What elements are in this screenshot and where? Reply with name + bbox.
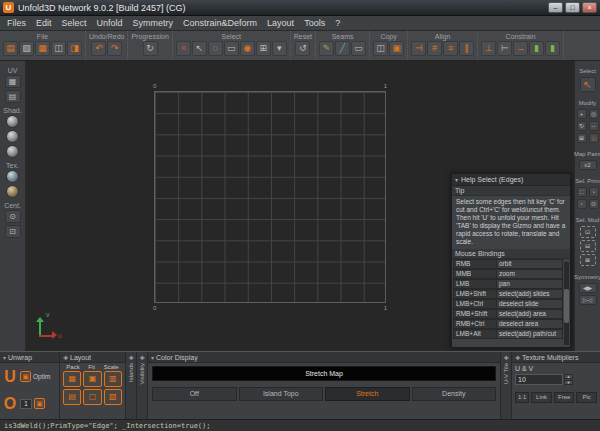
shading-mode-icon[interactable] [6, 145, 19, 158]
toolbar-icon[interactable]: ↻ [143, 41, 158, 56]
map-paint-icon[interactable]: x2 [579, 160, 597, 170]
toolbar-icon[interactable]: ╱ [335, 41, 350, 56]
expand-icon[interactable]: ✚ [139, 354, 144, 361]
close-button[interactable]: × [582, 2, 597, 13]
toolbar-icon[interactable]: ◫ [51, 41, 66, 56]
shading-mode-icon[interactable] [6, 115, 19, 128]
select-primitive-icon[interactable]: ⊙ [589, 199, 599, 209]
select-mode-icon[interactable]: ⊠ [580, 254, 596, 266]
toolbar-icon[interactable]: ↖ [192, 41, 207, 56]
collapsed-tab-visibility[interactable]: ✚ Visibility [137, 352, 148, 419]
texture-mode-icon[interactable] [6, 170, 19, 183]
collapse-icon[interactable]: ✚ [515, 354, 520, 361]
link-button[interactable]: Link [531, 392, 552, 403]
view-mode-icon[interactable]: ▦ [5, 75, 21, 88]
toolbar-icon[interactable]: ▣ [389, 41, 404, 56]
toolbar-icon[interactable]: ▮ [529, 41, 544, 56]
toolbar-icon[interactable]: # [427, 41, 442, 56]
texture-multipliers-header[interactable]: ✚ Texture Multipliers [512, 352, 600, 363]
expand-icon[interactable]: ✚ [503, 354, 508, 361]
select-cursor-icon[interactable]: ↖ [580, 77, 596, 92]
select-primitive-icon[interactable]: ▫ [577, 199, 587, 209]
layout-tool-icon[interactable]: ▤ [63, 389, 81, 405]
symmetry-icon[interactable]: ◀▶ [579, 283, 597, 293]
toolbar-icon[interactable]: ∥ [459, 41, 474, 56]
iterations-field[interactable]: 1 [20, 399, 32, 409]
menu-item[interactable]: Constrain&Deform [178, 16, 262, 30]
help-scrollbar-thumb[interactable] [564, 289, 569, 324]
maximize-button[interactable]: □ [565, 2, 580, 13]
toolbar-icon[interactable]: ◌ [208, 41, 223, 56]
select-mode-icon[interactable]: ⊟ [580, 240, 596, 252]
toolbar-icon[interactable]: ↷ [107, 41, 122, 56]
toolbar-icon[interactable]: ▧ [19, 41, 34, 56]
toolbar-icon[interactable]: ↺ [295, 41, 310, 56]
collapsed-tab-islands[interactable]: ✚ Islands [126, 352, 137, 419]
pic-button[interactable]: Pic [576, 392, 597, 403]
collapse-icon[interactable]: ▾ [3, 354, 6, 361]
toolbar-icon[interactable]: ≡ [443, 41, 458, 56]
toolbar-icon[interactable]: ✎ [319, 41, 334, 56]
modify-tool-icon[interactable]: ⇔ [589, 121, 599, 131]
menu-item[interactable]: Files [2, 16, 31, 30]
layout-tool-icon[interactable]: ▧ [104, 389, 122, 405]
toolbar-icon[interactable]: ◨ [67, 41, 82, 56]
shading-mode-icon[interactable] [6, 130, 19, 143]
free-button[interactable]: Free [554, 392, 575, 403]
collapse-icon[interactable]: ▾ [151, 354, 154, 361]
texture-mode-icon[interactable] [6, 185, 19, 198]
expand-icon[interactable]: ✚ [128, 354, 133, 361]
collapse-icon[interactable]: ▾ [455, 176, 458, 183]
uv-viewport[interactable]: 0 1 0 1 v u ▾ Help Select (Edges) Tip [26, 61, 574, 351]
help-scrollbar[interactable] [564, 262, 569, 345]
color-mode-button[interactable]: Stretch [325, 387, 410, 401]
toolbar-icon[interactable]: ▭ [224, 41, 239, 56]
minimize-button[interactable]: – [548, 2, 563, 13]
select-mode-icon[interactable]: ⊡ [580, 226, 596, 238]
center-view-icon[interactable]: ⊡ [5, 225, 21, 238]
menu-item[interactable]: Unfold [92, 16, 128, 30]
color-display-header[interactable]: ▾ Color Display [148, 352, 500, 363]
unwrap-panel-header[interactable]: ▾ Unwrap [0, 352, 59, 363]
collapse-icon[interactable]: ✚ [63, 354, 68, 361]
toolbar-icon[interactable]: ⊣ [411, 41, 426, 56]
menu-item[interactable]: Symmetry [128, 16, 179, 30]
modify-tool-icon[interactable]: ↻ [577, 121, 587, 131]
layout-tool-icon[interactable]: ▦ [63, 371, 81, 387]
collapsed-tab-uv-tile[interactable]: ✚ U-V Tile [501, 352, 512, 419]
optimize-button[interactable]: O [2, 395, 18, 413]
modify-tool-icon[interactable]: ◎ [589, 109, 599, 119]
stepper-up-icon[interactable]: ▲ [564, 374, 573, 379]
modify-tool-icon[interactable]: ⊞ [577, 133, 587, 143]
color-mode-button[interactable]: Off [152, 387, 237, 401]
help-panel-header[interactable]: ▾ Help Select (Edges) [452, 174, 570, 186]
multiplier-value-field[interactable]: 10 [515, 374, 563, 385]
toolbar-icon[interactable]: → [513, 41, 528, 56]
modify-tool-icon[interactable]: + [577, 109, 587, 119]
ratio-button[interactable]: 1:1 [515, 392, 529, 403]
view-mode-icon[interactable]: ▤ [5, 90, 21, 103]
layout-panel-header[interactable]: ✚ Layout [60, 352, 125, 363]
optimize-options-icon[interactable]: ▣ [34, 398, 45, 409]
menu-item[interactable]: Select [57, 16, 92, 30]
menu-item[interactable]: ? [330, 16, 345, 30]
color-mode-button[interactable]: Island Topo [239, 387, 324, 401]
toolbar-icon[interactable]: ▮ [545, 41, 560, 56]
toolbar-icon[interactable]: ◫ [373, 41, 388, 56]
toolbar-icon[interactable]: × [176, 41, 191, 56]
menu-item[interactable]: Edit [31, 16, 57, 30]
center-view-icon[interactable]: ⊙ [5, 210, 21, 223]
modify-tool-icon[interactable]: ◇ [589, 133, 599, 143]
select-primitive-icon[interactable]: ▪ [589, 187, 599, 197]
toolbar-icon[interactable]: ↶ [91, 41, 106, 56]
toolbar-icon[interactable]: ◉ [240, 41, 255, 56]
select-primitive-icon[interactable]: ∷ [577, 187, 587, 197]
unfold-options-icon[interactable]: ▣ [20, 371, 31, 382]
layout-tool-icon[interactable]: ▣ [83, 371, 101, 387]
menu-item[interactable]: Layout [262, 16, 299, 30]
unfold-button[interactable]: U [2, 368, 18, 386]
toolbar-icon[interactable]: ▭ [351, 41, 366, 56]
toolbar-icon[interactable]: ▦ [35, 41, 50, 56]
symmetry-icon[interactable]: ▷◁ [579, 295, 597, 305]
toolbar-icon[interactable]: ▾ [272, 41, 287, 56]
